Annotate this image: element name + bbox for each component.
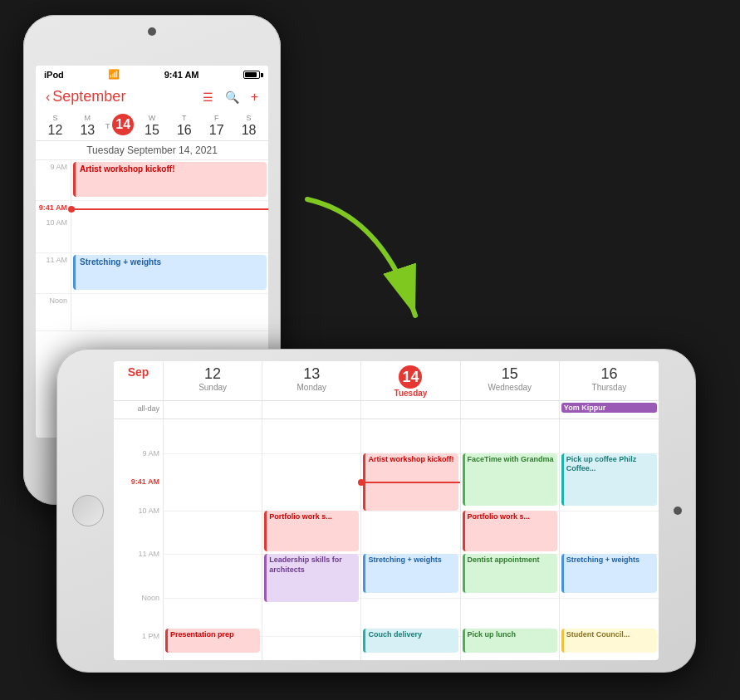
time-slot-noon: Noon — [36, 294, 268, 331]
all-day-cell-14 — [361, 401, 460, 419]
event-title: Yom Kippur — [564, 404, 605, 412]
wifi-icon: 📶 — [108, 69, 120, 80]
event-stretching-thu[interactable]: Stretching + weights — [561, 554, 657, 592]
day-col-16: Pick up coffee Philz Coffee... Stretchin… — [560, 419, 659, 660]
day-label-fri: F — [214, 114, 219, 122]
day-label-wed: W — [149, 114, 156, 122]
slot-content-9am: Artist workshop kickoff! — [71, 160, 268, 200]
time-column: 9 AM 9:41 AM 10 AM 11 AM Noon 1 PM — [114, 419, 164, 660]
col-head-label: Sep — [114, 361, 164, 400]
week-cell-mon[interactable]: M 13 — [71, 112, 104, 139]
week-grid: 9 AM 9:41 AM 10 AM 11 AM Noon 1 PM — [114, 419, 659, 660]
event-leadership-skills[interactable]: Leadership skills for architects — [264, 554, 359, 602]
date-12[interactable]: 12 — [39, 123, 71, 138]
all-day-label: all-day — [114, 401, 164, 419]
hour-line — [560, 511, 659, 512]
event-yom-kippur[interactable]: Yom Kippur — [561, 403, 657, 413]
time-display: 9:41 AM — [164, 70, 199, 80]
back-chevron-icon[interactable]: ‹ — [46, 90, 50, 105]
now-row: 9:41 AM — [36, 201, 268, 216]
week-header: Sep 12 Sunday 13 Monday 14 Tuesday — [114, 361, 659, 401]
event-title: Artist workshop kickoff! — [368, 455, 453, 463]
event-dentist[interactable]: Dentist appointment — [463, 554, 557, 592]
event-pickup-coffee[interactable]: Pick up coffee Philz Coffee... — [561, 453, 657, 507]
week-cell-tue[interactable]: T 14 — [104, 112, 136, 139]
event-couch-delivery[interactable]: Couch delivery — [363, 629, 458, 653]
col-day-thu: Thursday — [561, 383, 657, 392]
week-row: S 12 M 13 T 14 W 15 T 16 — [36, 110, 268, 141]
col-day-tue: Tuesday — [363, 389, 458, 398]
event-student-council[interactable]: Student Council... — [561, 629, 657, 653]
now-dot — [68, 206, 75, 213]
calendar-header: ‹ September ☰ 🔍 + — [36, 83, 268, 110]
week-cell-wed[interactable]: W 15 — [136, 112, 169, 139]
time-slot-9am: 9 AM Artist workshop kickoff! — [36, 160, 268, 201]
week-cell-sat[interactable]: S 18 — [233, 112, 265, 139]
col-num-13: 13 — [264, 365, 359, 383]
list-icon[interactable]: ☰ — [203, 91, 213, 104]
date-16[interactable]: 16 — [168, 123, 200, 138]
hour-line — [361, 511, 459, 512]
event-title: Stretching + weights — [80, 257, 161, 267]
event-pickup-lunch[interactable]: Pick up lunch — [463, 629, 557, 653]
date-17[interactable]: 17 — [200, 123, 233, 138]
home-button-h[interactable] — [72, 495, 104, 526]
day-label-sat: S — [247, 114, 252, 122]
hour-line — [164, 453, 262, 454]
week-cell-sun[interactable]: S 12 — [39, 112, 71, 139]
time-11am: 11 AM — [138, 550, 159, 558]
arrow-illustration — [282, 183, 448, 349]
date-15[interactable]: 15 — [136, 123, 169, 138]
event-title: Dentist appointment — [468, 556, 540, 564]
ipod-horizontal: Sep 12 Sunday 13 Monday 14 Tuesday — [56, 349, 696, 673]
event-title: Presentation prep — [170, 630, 234, 639]
event-title: FaceTime with Grandma — [468, 455, 554, 463]
col-head-15[interactable]: 15 Wednesday — [461, 361, 560, 400]
selected-date-label: Tuesday September 14, 2021 — [36, 141, 268, 160]
event-title: Stretching + weights — [368, 556, 441, 564]
day-label-mon: M — [85, 114, 91, 122]
time-10am: 10 AM — [138, 507, 159, 515]
hour-line — [164, 554, 262, 555]
col-head-16[interactable]: 16 Thursday — [560, 361, 659, 400]
event-facetime-grandma[interactable]: FaceTime with Grandma — [463, 453, 557, 507]
search-icon[interactable]: 🔍 — [225, 91, 239, 104]
col-head-12[interactable]: 12 Sunday — [164, 361, 262, 400]
event-portfolio-work-wed[interactable]: Portfolio work s... — [463, 511, 557, 551]
add-icon[interactable]: + — [251, 90, 258, 105]
time-noon: Noon — [141, 594, 159, 602]
battery-icon — [243, 71, 260, 79]
hour-line — [262, 453, 360, 454]
day-col-13: Portfolio work s... Leadership skills fo… — [262, 419, 361, 660]
week-cell-thu[interactable]: T 16 — [168, 112, 200, 139]
event-stretching-tue[interactable]: Stretching + weights — [363, 554, 458, 592]
hour-line — [164, 598, 262, 599]
status-bar: iPod 📶 9:41 AM — [36, 66, 268, 83]
time-1pm: 1 PM — [142, 632, 159, 640]
day-label-sun: S — [52, 114, 57, 122]
date-14-today[interactable]: 14 — [112, 114, 134, 135]
event-portfolio-work-mon[interactable]: Portfolio work s... — [264, 511, 359, 551]
col-head-14[interactable]: 14 Tuesday — [361, 361, 460, 400]
date-18[interactable]: 18 — [233, 123, 265, 138]
time-label-10am: 10 AM — [36, 216, 71, 252]
day-label-thu: T — [182, 114, 187, 122]
horizontal-screen: Sep 12 Sunday 13 Monday 14 Tuesday — [114, 361, 659, 660]
col-day-sun: Sunday — [165, 383, 260, 392]
week-calendar: Sep 12 Sunday 13 Monday 14 Tuesday — [114, 361, 659, 660]
time-label-11am: 11 AM — [36, 253, 71, 293]
event-presentation-prep[interactable]: Presentation prep — [165, 629, 260, 653]
col-head-13[interactable]: 13 Monday — [262, 361, 361, 400]
all-day-row: all-day Yom Kippur — [114, 401, 659, 419]
week-cell-fri[interactable]: F 17 — [200, 112, 233, 139]
all-day-cell-15 — [461, 401, 560, 419]
event-title: Student Council... — [566, 630, 630, 639]
time-label-noon: Noon — [36, 294, 71, 330]
col-day-wed: Wednesday — [463, 383, 557, 392]
event-stretching[interactable]: Stretching + weights — [73, 255, 267, 290]
month-label: September — [52, 88, 125, 105]
date-13[interactable]: 13 — [71, 123, 104, 138]
month-navigation[interactable]: ‹ September — [46, 88, 125, 105]
carrier-label: iPod — [44, 70, 64, 80]
event-artist-workshop[interactable]: Artist workshop kickoff! — [73, 162, 267, 197]
